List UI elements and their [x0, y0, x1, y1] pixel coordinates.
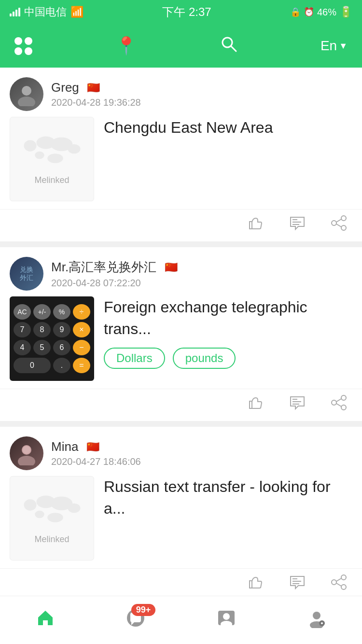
post-title[interactable]: Foreign exchange telegraphic trans... — [104, 296, 352, 340]
post-time: 2020-04-27 18:46:06 — [51, 456, 141, 467]
post-header: Greg 🇨🇳 2020-04-28 19:36:28 — [0, 68, 362, 117]
svg-point-9 — [47, 154, 63, 163]
user-info: Mina 🇨🇳 2020-04-27 18:46:06 — [51, 439, 141, 467]
post-thumbnail[interactable]: AC +/- % ÷ 7 8 9 × 4 5 6 − 0 . = — [10, 296, 94, 381]
post-text-area: Chengdu East New Area — [104, 117, 352, 139]
language-label: En — [320, 38, 337, 54]
post-card: Mina 🇨🇳 2020-04-27 18:46:06 Melinked — [0, 427, 362, 601]
post-title[interactable]: Chengdu East New Area — [104, 117, 352, 139]
svg-point-29 — [24, 499, 36, 510]
svg-point-3 — [18, 97, 35, 106]
svg-line-1 — [231, 46, 236, 51]
post-content: Melinked Chengdu East New Area — [0, 117, 362, 209]
svg-point-56 — [221, 621, 232, 628]
contacts-icon — [216, 608, 237, 633]
tag-pounds[interactable]: pounds — [173, 348, 236, 369]
comment-button[interactable] — [289, 394, 306, 411]
post-title[interactable]: Russian text transfer - looking for a... — [104, 476, 352, 519]
svg-line-41 — [336, 578, 341, 581]
username: Mr.高汇率兑换外汇 🇨🇳 — [51, 259, 181, 276]
comment-button[interactable] — [289, 574, 306, 591]
post-content: Melinked Russian text transfer - looking… — [0, 476, 362, 568]
messages-badge: 99+ — [131, 604, 156, 616]
time-label: 下午 2:37 — [162, 4, 211, 20]
post-card: 兑换外汇 Mr.高汇率兑换外汇 🇨🇳 2020-04-28 07:22:20 A… — [0, 247, 362, 421]
svg-point-23 — [332, 400, 336, 405]
location-icon[interactable]: 📍 — [115, 36, 137, 56]
svg-line-16 — [336, 219, 341, 222]
svg-line-17 — [336, 224, 341, 227]
like-button[interactable] — [247, 394, 265, 411]
flag-icon: 🇨🇳 — [161, 261, 181, 274]
share-button[interactable] — [330, 394, 348, 411]
share-button[interactable] — [330, 574, 348, 591]
language-selector[interactable]: En ▼ — [320, 38, 348, 54]
nav-contacts[interactable] — [216, 608, 237, 633]
share-button[interactable] — [330, 214, 348, 232]
post-time: 2020-04-28 19:36:28 — [51, 97, 141, 108]
thumbnail-label: Melinked — [34, 175, 69, 185]
svg-point-33 — [35, 511, 44, 518]
post-thumbnail[interactable]: Melinked — [10, 117, 94, 201]
svg-point-14 — [341, 225, 346, 230]
lock-icon: 🔒 — [290, 7, 301, 17]
post-actions — [0, 209, 362, 241]
svg-point-39 — [341, 585, 346, 589]
wifi-icon: 📶 — [70, 6, 84, 18]
svg-point-21 — [341, 395, 346, 400]
svg-point-34 — [47, 513, 63, 522]
post-time: 2020-04-28 07:22:20 — [51, 278, 181, 289]
comment-button[interactable] — [289, 214, 306, 232]
avatar[interactable] — [10, 436, 43, 470]
nav-home[interactable] — [35, 608, 56, 633]
post-tags: Dollars pounds — [104, 348, 352, 369]
tag-dollars[interactable]: Dollars — [104, 348, 165, 369]
feed-container: Greg 🇨🇳 2020-04-28 19:36:28 Melinked — [0, 68, 362, 644]
post-card: Greg 🇨🇳 2020-04-28 19:36:28 Melinked — [0, 68, 362, 241]
post-header: 兑换外汇 Mr.高汇率兑换外汇 🇨🇳 2020-04-28 07:22:20 — [0, 247, 362, 296]
avatar[interactable] — [10, 77, 43, 111]
status-bar: 中国电信 📶 下午 2:37 🔒 ⏰ 46% 🔋 — [0, 0, 362, 24]
flag-icon: 🇨🇳 — [83, 441, 102, 453]
svg-point-38 — [341, 575, 346, 580]
svg-point-40 — [332, 580, 336, 585]
svg-point-13 — [341, 216, 346, 221]
nav-bar: 📍 En ▼ — [0, 24, 362, 68]
avatar[interactable]: 兑换外汇 — [10, 257, 43, 291]
user-info: Mr.高汇率兑换外汇 🇨🇳 2020-04-28 07:22:20 — [51, 259, 181, 289]
svg-line-24 — [336, 399, 341, 402]
svg-point-57 — [313, 612, 320, 619]
svg-point-7 — [68, 144, 80, 154]
post-actions — [0, 389, 362, 421]
username: Greg 🇨🇳 — [51, 80, 141, 95]
nav-profile[interactable] — [306, 608, 327, 633]
status-right: 🔒 ⏰ 46% 🔋 — [290, 6, 352, 18]
post-text-area: Foreign exchange telegraphic trans... Do… — [104, 296, 352, 369]
like-button[interactable] — [247, 574, 265, 591]
svg-point-4 — [24, 140, 36, 151]
signal-icon — [10, 8, 20, 16]
alarm-icon: ⏰ — [304, 7, 314, 17]
status-left: 中国电信 📶 — [10, 5, 84, 19]
caret-down-icon: ▼ — [339, 41, 348, 51]
search-icon[interactable] — [220, 35, 237, 57]
flag-icon: 🇨🇳 — [84, 82, 103, 94]
svg-point-22 — [341, 405, 346, 410]
battery-icon: 🔋 — [339, 6, 352, 18]
profile-icon — [306, 608, 327, 633]
apps-icon[interactable] — [14, 37, 32, 55]
svg-point-28 — [23, 446, 30, 454]
post-header: Mina 🇨🇳 2020-04-27 18:46:06 — [0, 427, 362, 476]
post-thumbnail[interactable]: Melinked — [10, 476, 94, 560]
svg-point-27 — [18, 456, 35, 465]
carrier-label: 中国电信 — [24, 5, 67, 19]
thumbnail-label: Melinked — [34, 534, 69, 545]
svg-point-55 — [223, 613, 230, 620]
battery-label: 46% — [317, 7, 336, 18]
home-icon — [35, 608, 56, 633]
like-button[interactable] — [247, 214, 265, 232]
svg-point-2 — [22, 86, 31, 96]
nav-messages[interactable]: 99+ — [125, 608, 146, 633]
user-info: Greg 🇨🇳 2020-04-28 19:36:28 — [51, 80, 141, 108]
bottom-nav: 99+ — [0, 596, 362, 644]
